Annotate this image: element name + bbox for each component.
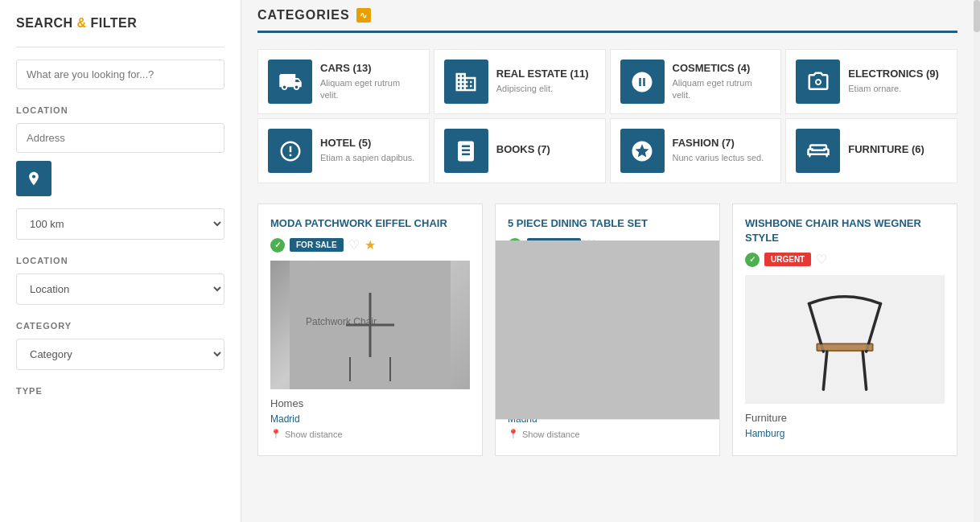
product-category-1: Homes [270,397,470,409]
fashion-name: FASHION (7) [673,137,772,149]
cars-icon-bg [268,60,312,104]
svg-rect-13 [817,345,872,351]
map-pin-icon [26,171,42,187]
scrollbar[interactable] [974,0,980,522]
cars-desc: Aliquam eget rutrum velit. [320,77,419,102]
categories-grid: CARS (13) Aliquam eget rutrum velit. REA… [257,49,957,183]
product-location-1: Madrid [270,413,470,425]
svg-rect-7 [773,275,916,404]
category-label: CATEGORY [16,321,224,331]
show-distance-1[interactable]: Show distance [270,429,470,439]
verified-badge-3: ✓ [745,253,760,267]
real-estate-name: REAL ESTATE (11) [496,68,595,80]
furniture-icon-bg [796,129,840,173]
product-title-3: WISHBONE CHAIR HANS WEGNER STYLE [745,216,945,245]
product-category-3: Furniture [745,412,945,424]
books-icon-bg [444,129,488,173]
electronics-name: ELECTRONICS (9) [848,68,947,80]
sofa-icon [806,139,830,163]
location-label-1: LOCATION [16,105,224,115]
building-icon [454,70,478,94]
category-item-hotel[interactable]: HOTEL (5) Etiam a sapien dapibus. [257,118,430,183]
wishbone-chair-svg [772,275,917,404]
hotel-icon-bg [268,129,312,173]
category-item-real-estate[interactable]: REAL ESTATE (11) Adipiscing elit. [434,49,606,114]
chair-svg: Patchwork Chair [270,261,470,389]
cars-name: CARS (13) [320,62,419,74]
location-select[interactable]: Location [16,273,224,305]
dining-svg [508,261,707,389]
fashion-icon-bg [620,129,665,173]
category-item-furniture[interactable]: FURNITURE (6) [785,118,957,183]
hotel-info: HOTEL (5) Etiam a sapien dapibus. [320,137,419,164]
product-badges-3: ✓ URGENT ♡ [745,252,945,267]
product-badges-1: ✓ FOR SALE ♡ ★ [270,237,470,253]
location-label-2: LOCATION [16,256,224,265]
category-item-fashion[interactable]: FASHION (7) Nunc varius lectus sed. [610,118,782,183]
products-section: MODA PATCHWORK EIFFEL CHAIR ✓ FOR SALE ♡… [257,203,957,456]
category-item-cars[interactable]: CARS (13) Aliquam eget rutrum velit. [257,49,430,114]
product-card-3[interactable]: WISHBONE CHAIR HANS WEGNER STYLE ✓ URGEN… [732,203,957,456]
sidebar-title: SEARCH & FILTER [16,16,224,31]
category-item-cosmetics[interactable]: COSMETICS (4) Aliquam eget rutrum velit. [610,49,782,114]
verified-badge-1: ✓ [270,238,285,253]
category-item-electronics[interactable]: ELECTRONICS (9) Etiam ornare. [785,49,957,114]
favorite-3[interactable]: ♡ [816,252,827,267]
product-location-3: Hamburg [745,428,945,439]
product-card-1[interactable]: MODA PATCHWORK EIFFEL CHAIR ✓ FOR SALE ♡… [257,203,483,456]
cars-info: CARS (13) Aliquam eget rutrum velit. [320,62,419,102]
locate-me-button[interactable] [16,161,51,196]
urgent-badge-3: URGENT [764,253,811,266]
book-icon [454,139,478,163]
product-card-2[interactable]: 5 PIECE DINING TABLE SET ✓ FOR SALE ♡ Fu… [495,203,720,456]
cosmetics-icon [630,70,654,94]
books-info: BOOKS (7) [496,143,595,158]
product-title-1: MODA PATCHWORK EIFFEL CHAIR [270,216,470,231]
scrollbar-thumb[interactable] [974,0,980,32]
for-sale-badge-1: FOR SALE [290,238,344,252]
categories-header: CATEGORIES ∿ [257,8,957,33]
categories-title: CATEGORIES [257,8,350,23]
svg-rect-6 [508,261,707,389]
distance-select[interactable]: 100 km 50 km 25 km 10 km [16,208,224,240]
sidebar: SEARCH & FILTER LOCATION 100 km 50 km 25… [0,0,241,522]
rss-icon: ∿ [356,8,371,23]
favorite-1[interactable]: ♡ [348,237,360,253]
electronics-desc: Etiam ornare. [848,83,947,95]
hotel-desc: Etiam a sapien dapibus. [320,152,419,164]
electronics-info: ELECTRONICS (9) Etiam ornare. [848,68,947,95]
furniture-name: FURNITURE (6) [848,143,947,155]
furniture-info: FURNITURE (6) [848,143,947,158]
fashion-info: FASHION (7) Nunc varius lectus sed. [673,137,772,164]
product-image-3 [745,275,945,404]
cosmetics-name: COSMETICS (4) [673,62,772,74]
cosmetics-desc: Aliquam eget rutrum velit. [673,77,772,102]
real-estate-desc: Adipiscing elit. [496,83,595,95]
address-input[interactable] [16,123,224,153]
category-select[interactable]: Category [16,339,224,370]
cosmetics-icon-bg [620,60,665,104]
books-name: BOOKS (7) [496,143,595,155]
search-input[interactable] [16,60,224,89]
product-image-1: Patchwork Chair [270,261,470,389]
truck-icon [278,70,303,94]
sidebar-divider [16,47,224,47]
product-image-2 [508,261,707,389]
real-estate-info: REAL ESTATE (11) Adipiscing elit. [496,68,595,95]
main-content: CATEGORIES ∿ CARS (13) Aliquam eget rutr… [241,0,974,522]
electronics-icon-bg [796,60,840,104]
star-1[interactable]: ★ [364,237,376,253]
hotel-icon [278,139,303,163]
camera-icon [806,70,830,94]
cosmetics-info: COSMETICS (4) Aliquam eget rutrum velit. [673,62,772,102]
type-label: TYPE [16,386,224,396]
category-item-books[interactable]: BOOKS (7) [434,118,606,183]
fashion-icon [630,139,654,163]
fashion-desc: Nunc varius lectus sed. [673,152,772,164]
hotel-name: HOTEL (5) [320,137,419,149]
real-estate-icon-bg [444,60,488,104]
